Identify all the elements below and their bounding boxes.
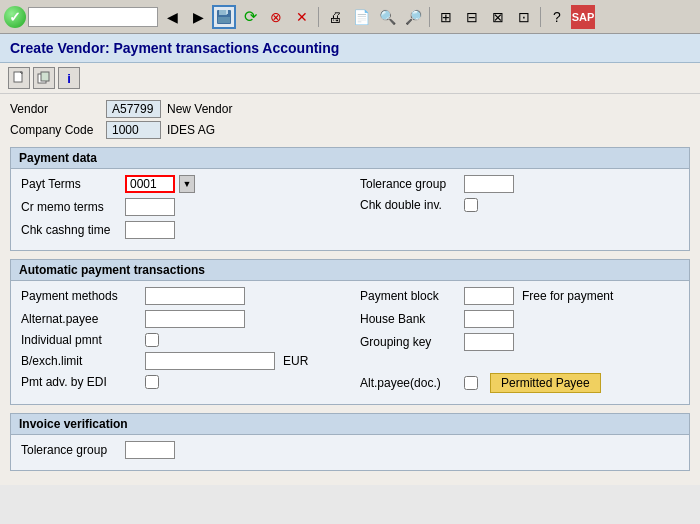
- invoice-verification-title: Invoice verification: [11, 414, 689, 435]
- alternat-payee-input[interactable]: [145, 310, 245, 328]
- help2-btn[interactable]: SAP: [571, 5, 595, 29]
- find2-btn[interactable]: 🔎: [401, 5, 425, 29]
- payt-terms-row: Payt Terms ▼: [21, 175, 340, 193]
- svg-rect-2: [226, 10, 228, 14]
- grouping-key-row: Grouping key: [360, 333, 679, 351]
- auto-payment-left: Payment methods Alternat.payee Individua…: [21, 287, 340, 394]
- copy-btn[interactable]: [33, 67, 55, 89]
- vendor-text: New Vendor: [167, 102, 232, 116]
- vendor-row: Vendor A57799 New Vendor: [10, 100, 690, 118]
- info-btn[interactable]: i: [58, 67, 80, 89]
- inv-tolerance-row: Tolerance group: [21, 441, 679, 459]
- nav2-btn[interactable]: ⊟: [460, 5, 484, 29]
- tolerance-group-label: Tolerance group: [360, 177, 460, 191]
- sep3: [540, 7, 541, 27]
- save-btn[interactable]: [212, 5, 236, 29]
- vendor-value: A57799: [106, 100, 161, 118]
- nav4-btn[interactable]: ⊡: [512, 5, 536, 29]
- main-content: Create Vendor: Payment transactions Acco…: [0, 34, 700, 485]
- auto-payment-body: Payment methods Alternat.payee Individua…: [11, 281, 689, 404]
- status-icon: ✓: [4, 6, 26, 28]
- new-page-btn[interactable]: [8, 67, 30, 89]
- payment-methods-row: Payment methods: [21, 287, 340, 305]
- invoice-verification-body: Tolerance group: [11, 435, 689, 470]
- alt-payee-doc-row: Alt.payee(doc.) Permitted Payee: [360, 373, 679, 393]
- payment-block-row: Payment block Free for payment: [360, 287, 679, 305]
- auto-payment-right: Payment block Free for payment House Ban…: [360, 287, 679, 398]
- grouping-key-label: Grouping key: [360, 335, 460, 349]
- nav3-btn[interactable]: ⊠: [486, 5, 510, 29]
- house-bank-label: House Bank: [360, 312, 460, 326]
- inv-tolerance-input[interactable]: [125, 441, 175, 459]
- payment-block-input[interactable]: [464, 287, 514, 305]
- refresh-btn[interactable]: ⟳: [238, 5, 262, 29]
- alternat-payee-row: Alternat.payee: [21, 310, 340, 328]
- individual-prmt-checkbox[interactable]: [145, 333, 159, 347]
- payment-data-title: Payment data: [11, 148, 689, 169]
- search-btn[interactable]: ⊗: [264, 5, 288, 29]
- alt-payee-doc-label: Alt.payee(doc.): [360, 376, 460, 390]
- payt-terms-label: Payt Terms: [21, 177, 121, 191]
- find1-btn[interactable]: 🔍: [375, 5, 399, 29]
- nav1-btn[interactable]: ⊞: [434, 5, 458, 29]
- chk-cashng-label: Chk cashng time: [21, 223, 121, 237]
- tolerance-group-input[interactable]: [464, 175, 514, 193]
- payment-data-cols: Payt Terms ▼ Cr memo terms Chk cashng ti…: [21, 175, 679, 244]
- payment-data-left: Payt Terms ▼ Cr memo terms Chk cashng ti…: [21, 175, 340, 244]
- alt-payee-doc-checkbox[interactable]: [464, 376, 478, 390]
- cr-memo-row: Cr memo terms: [21, 198, 340, 216]
- payment-data-right: Tolerance group Chk double inv.: [360, 175, 679, 217]
- chk-double-row: Chk double inv.: [360, 198, 679, 212]
- house-bank-row: House Bank: [360, 310, 679, 328]
- pmt-adv-checkbox[interactable]: [145, 375, 159, 389]
- chk-double-checkbox[interactable]: [464, 198, 478, 212]
- company-code-text: IDES AG: [167, 123, 215, 137]
- payment-methods-input[interactable]: [145, 287, 245, 305]
- command-input[interactable]: [28, 7, 158, 27]
- payt-terms-lookup[interactable]: ▼: [179, 175, 195, 193]
- payment-methods-label: Payment methods: [21, 289, 141, 303]
- auto-payment-cols: Payment methods Alternat.payee Individua…: [21, 287, 679, 398]
- sep1: [318, 7, 319, 27]
- svg-rect-7: [41, 72, 49, 81]
- pmt-adv-label: Pmt adv. by EDI: [21, 375, 141, 389]
- house-bank-input[interactable]: [464, 310, 514, 328]
- auto-payment-title: Automatic payment transactions: [11, 260, 689, 281]
- company-code-label: Company Code: [10, 123, 100, 137]
- payment-data-body: Payt Terms ▼ Cr memo terms Chk cashng ti…: [11, 169, 689, 250]
- auto-payment-section: Automatic payment transactions Payment m…: [10, 259, 690, 405]
- grouping-key-input[interactable]: [464, 333, 514, 351]
- pmt-adv-row: Pmt adv. by EDI: [21, 375, 340, 389]
- eur-label: EUR: [283, 354, 308, 368]
- print2-btn[interactable]: 📄: [349, 5, 373, 29]
- toolbar: ✓ ◀ ▶ ⟳ ⊗ ✕ 🖨 📄 🔍 🔎 ⊞ ⊟ ⊠ ⊡ ? SAP: [0, 0, 700, 34]
- cr-memo-input[interactable]: [125, 198, 175, 216]
- back-btn[interactable]: ◀: [160, 5, 184, 29]
- svg-rect-1: [219, 10, 227, 15]
- forward-btn[interactable]: ▶: [186, 5, 210, 29]
- cr-memo-label: Cr memo terms: [21, 200, 121, 214]
- permitted-payee-btn[interactable]: Permitted Payee: [490, 373, 601, 393]
- form-area: Vendor A57799 New Vendor Company Code 10…: [0, 94, 700, 485]
- print1-btn[interactable]: 🖨: [323, 5, 347, 29]
- stop-btn[interactable]: ✕: [290, 5, 314, 29]
- payment-data-section: Payment data Payt Terms ▼ Cr memo terms: [10, 147, 690, 251]
- company-code-value: 1000: [106, 121, 161, 139]
- company-code-row: Company Code 1000 IDES AG: [10, 121, 690, 139]
- b-exch-input[interactable]: [145, 352, 275, 370]
- chk-cashng-input[interactable]: [125, 221, 175, 239]
- b-exch-row: B/exch.limit EUR: [21, 352, 340, 370]
- individual-prmt-row: Individual pmnt: [21, 333, 340, 347]
- invoice-verification-section: Invoice verification Tolerance group: [10, 413, 690, 471]
- sep2: [429, 7, 430, 27]
- page-title: Create Vendor: Payment transactions Acco…: [0, 34, 700, 63]
- payment-block-label: Payment block: [360, 289, 460, 303]
- payt-terms-input[interactable]: [125, 175, 175, 193]
- vendor-label: Vendor: [10, 102, 100, 116]
- free-for-payment-text: Free for payment: [522, 289, 613, 303]
- svg-rect-3: [218, 17, 230, 23]
- chk-double-label: Chk double inv.: [360, 198, 460, 212]
- help1-btn[interactable]: ?: [545, 5, 569, 29]
- chk-cashng-row: Chk cashng time: [21, 221, 340, 239]
- tolerance-group-row: Tolerance group: [360, 175, 679, 193]
